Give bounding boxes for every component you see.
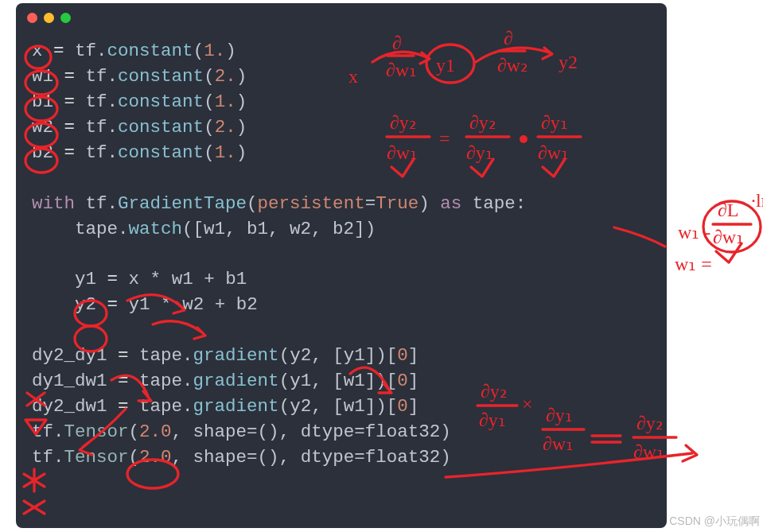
with-keyword: with [32,193,75,214]
minimize-icon[interactable] [44,13,54,23]
code-block: x = tf.constant(1.) w1 = tf.constant(2.)… [16,28,667,471]
tensor-output-2: Tensor [64,447,129,468]
circle-gradient-icon [703,201,761,252]
zoom-icon[interactable] [60,13,71,23]
svg-text:w₁ -: w₁ - [678,222,710,243]
var-w1: w1 [32,66,53,87]
var-dy1dw1: dy1_dw1 [32,371,107,391]
traffic-lights [16,10,667,28]
var-y2: y2 [75,294,96,315]
var-b1: b1 [32,91,53,112]
var-y1: y1 [75,269,96,289]
svg-text:·lr: ·lr [751,190,763,211]
svg-text:∂L: ∂L [718,200,739,220]
svg-text:∂w₁: ∂w₁ [713,227,744,247]
var-x: x [32,41,43,61]
var-dy2dy1: dy2_dy1 [32,345,107,366]
var-w2: w2 [32,117,53,138]
code-editor-window: x = tf.constant(1.) w1 = tf.constant(2.)… [16,3,667,528]
tensor-output-1: Tensor [64,421,129,442]
var-dy2dw1: dy2_dw1 [32,396,107,417]
var-b2: b2 [32,142,53,163]
watermark-text: CSDN @小玩偶啊 [669,515,760,529]
close-icon[interactable] [27,13,37,23]
svg-text:w₁ =: w₁ = [675,254,712,274]
